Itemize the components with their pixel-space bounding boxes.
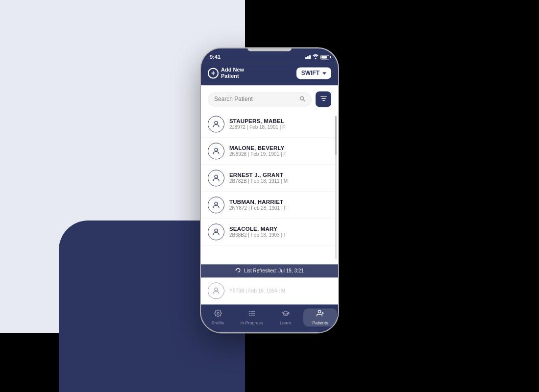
svg-rect-3 xyxy=(321,98,326,99)
facility-name: SWIFT xyxy=(301,70,319,77)
patient-item[interactable]: MALONE, BEVERLY 2N8928 | Feb 19, 1901 | … xyxy=(201,138,338,165)
patient-name: SEACOLE, MARY xyxy=(229,226,331,232)
patient-detail: 2NY872 | Feb 28, 1901 | F xyxy=(229,206,331,211)
svg-point-7 xyxy=(215,175,218,178)
content-area: STAUPERS, MABEL 2J8972 | Feb 18, 1901 | … xyxy=(201,86,338,305)
patients-icon xyxy=(317,309,324,319)
patient-item[interactable]: ERNEST J., GRANT 2B782B | Feb 18, 1911 |… xyxy=(201,165,338,192)
refresh-text: List Refreshed: Jul 19, 3:21 xyxy=(244,268,304,273)
svg-point-6 xyxy=(215,148,218,151)
phone-frame: 9:41 + Add New Patient xyxy=(201,48,338,332)
nav-item-learn[interactable]: Learn xyxy=(269,308,302,326)
svg-rect-4 xyxy=(322,100,325,101)
graduate-icon xyxy=(282,309,290,319)
refresh-bar: List Refreshed: Jul 19, 3:21 xyxy=(201,264,338,277)
search-input-wrapper[interactable] xyxy=(208,92,312,106)
gear-icon xyxy=(214,309,222,319)
filter-button[interactable] xyxy=(316,92,331,107)
svg-line-1 xyxy=(303,99,305,101)
svg-rect-2 xyxy=(320,96,327,97)
avatar xyxy=(208,143,224,160)
patient-info: SEACOLE, MARY 2B68B2 | Feb 18, 1903 | F xyxy=(229,226,331,238)
nav-label-in-progress: In Progress xyxy=(240,320,263,325)
signal-icon xyxy=(305,55,311,59)
avatar xyxy=(208,116,224,133)
search-input[interactable] xyxy=(214,96,296,103)
nav-item-patients[interactable]: Patients xyxy=(303,308,337,326)
patient-item[interactable]: TUBMAN, HARRIET 2NY872 | Feb 28, 1901 | … xyxy=(201,192,338,219)
bottom-nav: Profile In Progress xyxy=(201,304,338,332)
svg-point-9 xyxy=(215,229,218,232)
nav-item-profile[interactable]: Profile xyxy=(201,308,235,326)
nav-label-patients: Patients xyxy=(312,320,328,325)
patient-info: ERNEST J., GRANT 2B782B | Feb 18, 1911 |… xyxy=(229,172,331,184)
nav-label-profile: Profile xyxy=(212,320,224,325)
patient-info: YF73B | Feb 18, 1954 | M xyxy=(229,288,331,294)
status-icons xyxy=(305,54,329,60)
patient-detail: 2J8972 | Feb 18, 1901 | F xyxy=(229,125,331,130)
patient-detail: YF73B | Feb 18, 1954 | M xyxy=(229,288,331,294)
patient-info: TUBMAN, HARRIET 2NY872 | Feb 28, 1901 | … xyxy=(229,199,331,211)
svg-point-11 xyxy=(217,312,219,314)
patient-name: MALONE, BEVERLY xyxy=(229,146,331,151)
search-icon xyxy=(299,96,305,103)
avatar xyxy=(208,282,224,299)
filter-icon xyxy=(320,96,327,103)
patient-detail: 2B68B2 | Feb 18, 1903 | F xyxy=(229,233,331,238)
svg-point-0 xyxy=(300,97,304,100)
add-patient-button[interactable]: + Add New Patient xyxy=(208,67,244,79)
nav-item-in-progress[interactable]: In Progress xyxy=(235,308,269,326)
patient-name: TUBMAN, HARRIET xyxy=(229,199,331,205)
avatar xyxy=(208,170,224,187)
patient-name: ERNEST J., GRANT xyxy=(229,172,331,178)
patient-item[interactable]: STAUPERS, MABEL 2J8972 | Feb 18, 1901 | … xyxy=(201,111,338,138)
add-patient-label: Add New Patient xyxy=(221,67,244,79)
patient-detail: 2B782B | Feb 18, 1911 | M xyxy=(229,179,331,184)
svg-point-8 xyxy=(215,202,218,205)
avatar xyxy=(208,224,224,241)
checklist-icon xyxy=(248,309,256,319)
patient-info: STAUPERS, MABEL 2J8972 | Feb 18, 1901 | … xyxy=(229,119,331,130)
patient-detail: 2N8928 | Feb 19, 1901 | F xyxy=(229,152,331,157)
partial-patient-item[interactable]: YF73B | Feb 18, 1954 | M xyxy=(201,277,338,304)
svg-point-10 xyxy=(215,288,218,291)
svg-point-15 xyxy=(318,310,320,313)
search-bar xyxy=(201,86,338,111)
scroll-track xyxy=(335,116,337,260)
wifi-icon xyxy=(313,54,318,60)
chevron-down-icon xyxy=(322,72,326,74)
app-header: + Add New Patient SWIFT xyxy=(201,63,338,85)
scroll-thumb[interactable] xyxy=(335,116,337,155)
patient-item[interactable]: SEACOLE, MARY 2B68B2 | Feb 18, 1903 | F xyxy=(201,219,338,246)
patient-name: STAUPERS, MABEL xyxy=(229,119,331,124)
svg-point-5 xyxy=(215,122,218,124)
status-time: 9:41 xyxy=(210,54,220,60)
patient-info: MALONE, BEVERLY 2N8928 | Feb 19, 1901 | … xyxy=(229,146,331,157)
battery-icon xyxy=(320,55,329,59)
phone-notch xyxy=(247,48,292,51)
refresh-icon xyxy=(235,267,241,274)
nav-label-learn: Learn xyxy=(280,320,291,325)
patient-list: STAUPERS, MABEL 2J8972 | Feb 18, 1901 | … xyxy=(201,111,338,265)
facility-dropdown[interactable]: SWIFT xyxy=(296,68,331,79)
add-icon: + xyxy=(208,68,219,79)
avatar xyxy=(208,197,224,214)
